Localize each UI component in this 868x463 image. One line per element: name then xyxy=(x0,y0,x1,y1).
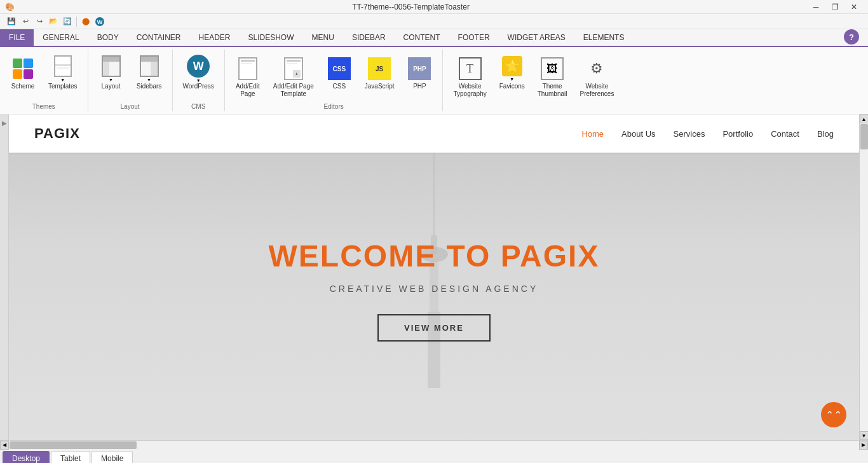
nav-about[interactable]: About Us xyxy=(621,129,655,139)
restore-button[interactable]: ❐ xyxy=(826,1,844,13)
add-edit-page-label: Add/EditPage xyxy=(236,83,260,98)
sidebars-button[interactable]: ▼ Sidebars xyxy=(132,52,167,94)
hero-title-prefix: WELCOME TO PA xyxy=(269,239,543,273)
svg-text:W: W xyxy=(97,19,103,25)
templates-button[interactable]: ▼ Templates xyxy=(43,52,83,94)
hero-section: WELCOME TO PAGIX CREATIVE WEB DESIGN AGE… xyxy=(9,114,859,440)
hero-title: WELCOME TO PAGIX xyxy=(269,238,600,273)
website-preview: PAGIX Home About Us Services Portfolio C… xyxy=(9,114,859,440)
toolbar-undo[interactable]: ↩ xyxy=(19,15,32,28)
theme-thumbnail-button[interactable]: 🖼 ThemeThumbnail xyxy=(532,52,573,102)
scroll-up-button[interactable]: ⌃⌃ xyxy=(821,402,846,427)
scheme-label: Scheme xyxy=(11,83,35,90)
view-more-button[interactable]: VIEW MORE xyxy=(377,314,491,342)
close-button[interactable]: ✕ xyxy=(845,1,863,13)
scroll-down-arrow[interactable]: ▼ xyxy=(860,431,869,440)
layout-items: ▼ Layout ▼ xyxy=(93,50,167,102)
nav-blog[interactable]: Blog xyxy=(817,129,834,139)
scroll-left-arrow[interactable]: ◀ xyxy=(0,441,9,450)
ribbon-group-layout: ▼ Layout ▼ xyxy=(88,50,173,111)
add-edit-page-button[interactable]: Add/EditPage xyxy=(230,52,266,102)
cms-group-label: CMS xyxy=(191,103,205,111)
tab-mobile[interactable]: Mobile xyxy=(92,451,133,463)
scheme-button[interactable]: Scheme xyxy=(5,52,41,94)
ribbon-group-website-tools: T WebsiteTypography ⭐ ▼ Favicons 🖼 xyxy=(443,50,624,111)
templates-doc-icon xyxy=(54,55,72,77)
tab-header[interactable]: HEADER xyxy=(190,29,240,46)
website-preferences-icon-box: ⚙ xyxy=(584,56,609,81)
tab-file[interactable]: FILE xyxy=(0,29,34,46)
tab-elements[interactable]: ELEMENTS xyxy=(574,29,634,46)
ribbon-content: Scheme ▼ Templates Themes xyxy=(0,47,868,114)
ribbon-group-cms: W ▼ WordPress CMS xyxy=(173,50,225,111)
title-bar: 🎨 TT-7theme--0056-TemplateToaster ─ ❐ ✕ xyxy=(0,0,868,14)
cms-items: W ▼ WordPress xyxy=(178,50,219,102)
tab-menu[interactable]: MENU xyxy=(303,29,343,46)
php-button[interactable]: PHP PHP xyxy=(402,52,437,94)
wp-dropdown-arrow: ▼ xyxy=(196,78,201,83)
toolbar-redo[interactable]: ↪ xyxy=(33,15,46,28)
sidebars-icon: ▼ xyxy=(137,56,162,81)
toolbar-refresh[interactable]: 🔄 xyxy=(61,15,74,28)
tab-footer[interactable]: FOOTER xyxy=(449,29,499,46)
hero-content: WELCOME TO PAGIX CREATIVE WEB DESIGN AGE… xyxy=(269,238,600,342)
horizontal-scrollbar: ◀ ▶ xyxy=(0,440,868,449)
ribbon-group-editors: Add/EditPage + Add/Edit PageTemplate CSS xyxy=(225,50,444,111)
tab-sidebar[interactable]: SIDEBAR xyxy=(343,29,395,46)
css-icon: CSS xyxy=(328,57,351,80)
window-controls: ─ ❐ ✕ xyxy=(807,1,863,13)
nav-portfolio[interactable]: Portfolio xyxy=(722,129,753,139)
toggle-arrow: ▶ xyxy=(2,120,7,127)
h-scroll-thumb[interactable] xyxy=(10,441,137,449)
website-tools-items: T WebsiteTypography ⭐ ▼ Favicons 🖼 xyxy=(448,50,619,109)
toolbar-open[interactable]: 📂 xyxy=(47,15,60,28)
website-preferences-button[interactable]: ⚙ WebsitePreferences xyxy=(574,52,619,102)
tab-container[interactable]: CONTAINER xyxy=(128,29,190,46)
wordpress-icon: W ▼ xyxy=(186,56,211,81)
website-preferences-label: WebsitePreferences xyxy=(580,83,614,98)
hero-title-suffix: IX xyxy=(568,239,599,273)
hero-subtitle: CREATIVE WEB DESIGN AGENCY xyxy=(269,284,600,294)
nav-services[interactable]: Services xyxy=(674,129,705,139)
toolbar-wp[interactable]: W xyxy=(93,15,106,28)
templates-label: Templates xyxy=(48,83,78,90)
tab-widget-areas[interactable]: WIDGET AREAS xyxy=(499,29,574,46)
layout-button[interactable]: ▼ Layout xyxy=(93,52,129,94)
tab-tablet[interactable]: Tablet xyxy=(51,451,90,463)
css-button[interactable]: CSS CSS xyxy=(322,52,357,94)
wordpress-button[interactable]: W ▼ WordPress xyxy=(178,52,219,94)
ribbon-group-themes: Scheme ▼ Templates Themes xyxy=(0,50,88,111)
add-edit-template-button[interactable]: + Add/Edit PageTemplate xyxy=(268,52,319,102)
js-icon: JS xyxy=(368,57,391,80)
website-typography-button[interactable]: T WebsiteTypography xyxy=(448,52,491,102)
tab-slideshow[interactable]: SLIDESHOW xyxy=(240,29,303,46)
favicons-button[interactable]: ⭐ ▼ Favicons xyxy=(494,52,530,94)
left-panel-toggle[interactable]: ▶ xyxy=(0,114,9,440)
help-button[interactable]: ? xyxy=(844,29,859,45)
layout-label: Layout xyxy=(102,83,121,90)
scrollbar-thumb[interactable] xyxy=(860,124,868,149)
preview-area: PAGIX Home About Us Services Portfolio C… xyxy=(9,114,859,440)
nav-home[interactable]: Home xyxy=(581,129,604,139)
javascript-button[interactable]: JS JavaScript xyxy=(360,52,400,94)
scroll-right-arrow[interactable]: ▶ xyxy=(859,441,868,450)
typography-icon: T xyxy=(459,57,482,80)
site-logo: PAGIX xyxy=(34,125,80,142)
css-label: CSS xyxy=(333,83,346,90)
tab-body[interactable]: BODY xyxy=(88,29,128,46)
templates-icon: ▼ xyxy=(50,56,76,81)
scroll-up-arrow[interactable]: ▲ xyxy=(860,114,869,123)
app-icon: 🎨 xyxy=(5,3,15,11)
nav-contact[interactable]: Contact xyxy=(771,129,799,139)
minimize-button[interactable]: ─ xyxy=(807,1,825,13)
svg-rect-6 xyxy=(433,146,435,235)
toolbar-save[interactable]: 💾 xyxy=(5,15,18,28)
themes-items: Scheme ▼ Templates xyxy=(5,50,83,102)
tab-desktop[interactable]: Desktop xyxy=(3,451,50,463)
bottom-tabs: Desktop Tablet Mobile xyxy=(0,449,868,463)
add-edit-template-icon: + xyxy=(281,56,306,81)
tab-general[interactable]: GENERAL xyxy=(34,29,88,46)
tab-content[interactable]: CONTENT xyxy=(395,29,449,46)
php-icon-box: PHP xyxy=(407,56,432,81)
toolbar-circle[interactable]: ⬤ xyxy=(79,15,92,28)
